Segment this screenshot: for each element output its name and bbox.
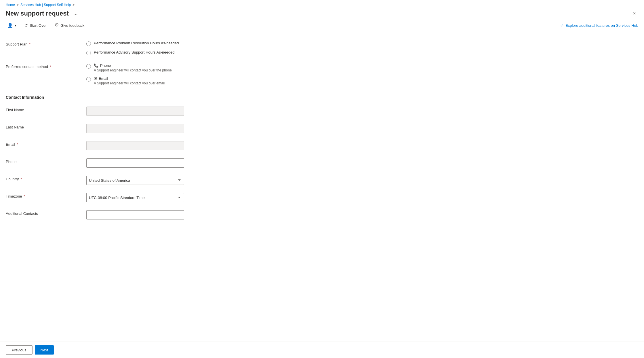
plan-option-1[interactable]: Performance Problem Resolution Hours As-… xyxy=(86,41,635,46)
user-icon: 👤 xyxy=(7,23,13,28)
plan-radio-2[interactable] xyxy=(86,51,91,55)
footer: Previous Next xyxy=(0,342,644,358)
country-select[interactable]: United States of America Canada United K… xyxy=(86,176,184,185)
email-desc: A Support engineer will contact you over… xyxy=(94,81,165,85)
plan-option-2[interactable]: Performance Advisory Support Hours As-ne… xyxy=(86,50,635,55)
email-icon: ✉ xyxy=(94,76,97,81)
last-name-row: Last Name xyxy=(6,120,635,137)
email-label: Email * xyxy=(6,141,86,147)
email-label: ✉ Email xyxy=(94,76,165,81)
additional-contacts-field xyxy=(86,210,635,219)
breadcrumb-sep1: > xyxy=(17,3,19,7)
breadcrumb: Home > Services Hub | Support Self Help … xyxy=(0,0,644,8)
contact-method-label: Preferred contact method * xyxy=(6,63,86,69)
phone-field xyxy=(86,158,635,168)
toolbar-left: 👤 ▾ ↺ Start Over Give feedback xyxy=(6,22,86,29)
close-button[interactable]: × xyxy=(630,9,638,18)
explore-icon: ⇌ xyxy=(560,23,564,28)
support-plan-row: Support Plan * Performance Problem Resol… xyxy=(6,37,635,59)
page-title-left: New support request ... xyxy=(6,10,79,17)
last-name-input[interactable] xyxy=(86,124,184,133)
breadcrumb-home[interactable]: Home xyxy=(6,3,15,7)
phone-label: Phone xyxy=(6,158,86,164)
phone-desc: A Support engineer will contact you over… xyxy=(94,68,172,72)
timezone-label: Timezone * xyxy=(6,193,86,198)
contact-method-field: 📞 Phone A Support engineer will contact … xyxy=(86,63,635,85)
page-title-bar: New support request ... × xyxy=(0,8,644,20)
additional-contacts-input[interactable] xyxy=(86,210,184,219)
last-name-field xyxy=(86,124,635,133)
email-row: Email * xyxy=(6,137,635,154)
plan-label-2: Performance Advisory Support Hours As-ne… xyxy=(94,50,174,54)
breadcrumb-hub[interactable]: Services Hub | Support Self Help xyxy=(20,3,71,7)
svg-point-1 xyxy=(56,26,57,26)
contact-method-radio-group: 📞 Phone A Support engineer will contact … xyxy=(86,63,635,85)
email-option[interactable]: ✉ Email A Support engineer will contact … xyxy=(86,76,635,85)
support-plan-label: Support Plan * xyxy=(6,41,86,46)
additional-contacts-label: Additional Contacts xyxy=(6,210,86,216)
timezone-field: UTC-08:00 Pacific Standard Time UTC-07:0… xyxy=(86,193,635,202)
contact-method-row: Preferred contact method * 📞 Phone A Sup… xyxy=(6,59,635,89)
page-title: New support request xyxy=(6,10,69,17)
email-field xyxy=(86,141,635,150)
first-name-input[interactable] xyxy=(86,107,184,116)
ellipsis-button[interactable]: ... xyxy=(72,10,79,17)
plan-label-1: Performance Problem Resolution Hours As-… xyxy=(94,41,179,45)
contact-method-required: * xyxy=(49,65,51,69)
plan-radio-1[interactable] xyxy=(86,41,91,46)
country-required: * xyxy=(20,177,22,181)
country-field: United States of America Canada United K… xyxy=(86,176,635,185)
email-radio[interactable] xyxy=(86,77,91,82)
phone-icon: 📞 xyxy=(94,63,98,68)
explore-label: Explore additional features on Services … xyxy=(565,23,638,28)
support-plan-field: Performance Problem Resolution Hours As-… xyxy=(86,41,635,55)
feedback-label: Give feedback xyxy=(60,23,84,28)
country-row: Country * United States of America Canad… xyxy=(6,172,635,189)
user-button[interactable]: 👤 ▾ xyxy=(6,22,18,29)
additional-contacts-row: Additional Contacts xyxy=(6,206,635,223)
support-plan-radio-group: Performance Problem Resolution Hours As-… xyxy=(86,41,635,55)
main-content: Support Plan * Performance Problem Resol… xyxy=(0,31,644,342)
dropdown-chevron: ▾ xyxy=(15,24,16,27)
email-required: * xyxy=(17,142,18,147)
phone-input[interactable] xyxy=(86,158,184,168)
timezone-row: Timezone * UTC-08:00 Pacific Standard Ti… xyxy=(6,189,635,206)
support-plan-required: * xyxy=(29,42,31,46)
explore-link[interactable]: ⇌ Explore additional features on Service… xyxy=(560,23,638,28)
start-over-icon: ↺ xyxy=(24,23,28,28)
phone-row: Phone xyxy=(6,154,635,172)
breadcrumb-sep2: > xyxy=(73,3,75,7)
email-input[interactable] xyxy=(86,141,184,150)
country-label: Country * xyxy=(6,176,86,181)
start-over-label: Start Over xyxy=(30,23,47,28)
start-over-button[interactable]: ↺ Start Over xyxy=(23,22,48,29)
timezone-required: * xyxy=(24,194,25,198)
feedback-icon xyxy=(55,23,59,28)
first-name-row: First Name xyxy=(6,103,635,120)
form-section: Support Plan * Performance Problem Resol… xyxy=(6,37,635,223)
first-name-field xyxy=(86,107,635,116)
contact-info-header: Contact Information xyxy=(6,89,635,103)
phone-option[interactable]: 📞 Phone A Support engineer will contact … xyxy=(86,63,635,72)
feedback-button[interactable]: Give feedback xyxy=(53,22,86,29)
timezone-select[interactable]: UTC-08:00 Pacific Standard Time UTC-07:0… xyxy=(86,193,184,202)
last-name-label: Last Name xyxy=(6,124,86,129)
next-button[interactable]: Next xyxy=(35,345,54,355)
previous-button[interactable]: Previous xyxy=(6,345,33,355)
phone-label: 📞 Phone xyxy=(94,63,172,68)
first-name-label: First Name xyxy=(6,107,86,112)
toolbar: 👤 ▾ ↺ Start Over Give feedback ⇌ Explore… xyxy=(0,20,644,31)
phone-radio[interactable] xyxy=(86,64,91,69)
